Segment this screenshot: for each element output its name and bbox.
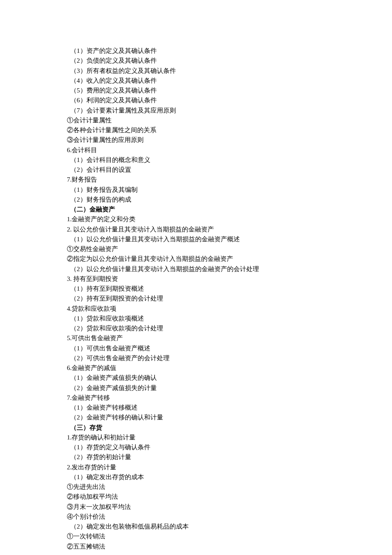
outline-line: （3）所有者权益的定义及其确认条件 xyxy=(67,66,392,76)
outline-line: 6.金融资产的减值 xyxy=(67,363,392,373)
outline-line: 2. 以公允价值计量且其变动计入当期损益的金融资产 xyxy=(67,225,392,234)
outline-line: （2）金融资产转移的确认和计量 xyxy=(67,413,392,422)
outline-line: （2）可供出售金融资产的会计处理 xyxy=(67,353,392,363)
outline-line: ①会计计量属性 xyxy=(67,116,392,125)
outline-line: （1）以公允价值计量且其变动计入当期损益的金融资产概述 xyxy=(67,234,392,244)
outline-line: ④个别计价法 xyxy=(67,512,392,522)
outline-line: 4.贷款和应收款项 xyxy=(67,304,392,314)
outline-line: ①交易性金融资产 xyxy=(67,244,392,254)
outline-line: （1）资产的定义及其确认条件 xyxy=(67,46,392,56)
outline-content: （1）资产的定义及其确认条件（2）负债的定义及其确认条件（3）所有者权益的定义及… xyxy=(67,46,392,552)
outline-line: （1）可供出售金融资产概述 xyxy=(67,344,392,353)
section-heading: （三）存货 xyxy=(67,423,392,433)
outline-line: （2）以公允价值计量且其变动计入当期损益的金融资产的会计处理 xyxy=(67,264,392,274)
outline-line: ①一次转销法 xyxy=(67,532,392,541)
outline-line: ②移动加权平均法 xyxy=(67,492,392,502)
outline-line: （2）持有至到期投资的会计处理 xyxy=(67,294,392,304)
outline-line: 2.发出存货的计量 xyxy=(67,462,392,472)
outline-line: ②五五摊销法 xyxy=(67,542,392,552)
document-page: （1）资产的定义及其确认条件（2）负债的定义及其确认条件（3）所有者权益的定义及… xyxy=(0,0,392,555)
outline-line: 1.金融资产的定义和分类 xyxy=(67,214,392,224)
outline-line: （1）确定发出存货的成本 xyxy=(67,472,392,482)
outline-line: （1）存货的定义与确认条件 xyxy=(67,442,392,452)
outline-line: （2）存货的初始计量 xyxy=(67,452,392,462)
outline-line: （1）财务报告及其编制 xyxy=(67,185,392,195)
outline-line: 7.财务报告 xyxy=(67,175,392,185)
outline-line: （1）持有至到期投资概述 xyxy=(67,284,392,294)
outline-line: （1）金融资产减值损失的确认 xyxy=(67,373,392,383)
outline-line: （2）财务报告的构成 xyxy=(67,195,392,205)
outline-line: （2）金融资产减值损失的计量 xyxy=(67,383,392,393)
outline-line: （4）收入的定义及其确认条件 xyxy=(67,76,392,86)
outline-line: （7）会计要素计量属性及其应用原则 xyxy=(67,106,392,116)
outline-line: 1.存货的确认和初始计量 xyxy=(67,433,392,442)
outline-line: （1）金融资产转移概述 xyxy=(67,403,392,413)
outline-line: （2）确定发出包装物和低值易耗品的成本 xyxy=(67,522,392,532)
outline-line: 6.会计科目 xyxy=(67,145,392,155)
outline-line: （2）贷款和应收款项的会计处理 xyxy=(67,324,392,333)
outline-line: （5）费用的定义及其确认条件 xyxy=(67,86,392,95)
outline-line: 7.金融资产转移 xyxy=(67,393,392,403)
outline-line: ③会计计量属性的应用原则 xyxy=(67,135,392,145)
outline-line: （2）负债的定义及其确认条件 xyxy=(67,56,392,66)
outline-line: （2）会计科目的设置 xyxy=(67,165,392,175)
outline-line: ③月末一次加权平均法 xyxy=(67,502,392,512)
outline-line: ①先进先出法 xyxy=(67,482,392,492)
outline-line: ②各种会计计量属性之间的关系 xyxy=(67,125,392,135)
outline-line: （1）贷款和应收款项概述 xyxy=(67,314,392,324)
outline-line: 5.可供出售金融资产 xyxy=(67,333,392,343)
outline-line: （6）利润的定义及其确认条件 xyxy=(67,95,392,105)
outline-line: 3. 持有至到期投资 xyxy=(67,274,392,284)
outline-line: ②指定为以公允价值计量且其变动计入当期损益的金融资产 xyxy=(67,254,392,264)
section-heading: （二）金融资产 xyxy=(67,205,392,214)
outline-line: （1）会计科目的概念和意义 xyxy=(67,155,392,165)
